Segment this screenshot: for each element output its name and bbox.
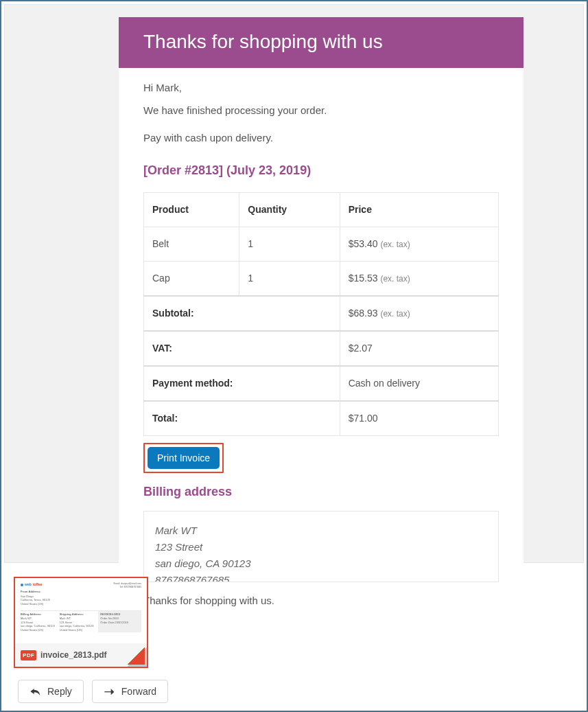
attachment-thumbnail: webtoffee Email: davpaul@mail.com Tel: 8… [15, 578, 147, 643]
attachment-zone: webtoffee Email: davpaul@mail.com Tel: 8… [14, 577, 148, 668]
thumb-invoice-no: INVOICE#:2813 [100, 612, 139, 617]
cell-product: Cap [144, 261, 239, 296]
attachment-label-bar: PDF invoice_2813.pdf [15, 643, 147, 667]
vat-row: VAT: $2.07 [144, 331, 499, 366]
email-card: Thanks for shopping with us Hi Mark, We … [119, 17, 524, 606]
price-value: $53.40 [349, 238, 378, 249]
print-invoice-button[interactable]: Print Invoice [148, 447, 220, 469]
vat-label: VAT: [144, 331, 340, 366]
vat-value: $2.07 [340, 331, 498, 366]
billing-heading: Billing address [143, 483, 499, 501]
thumb-order-date: Order Date:23/07/2019 [100, 621, 139, 625]
email-preview-area: Thanks for shopping with us Hi Mark, We … [4, 4, 584, 563]
reply-button[interactable]: Reply [18, 680, 84, 703]
thumb-invoice-col: INVOICE#:2813 Order No:2813 Order Date:2… [98, 610, 141, 632]
print-invoice-row: Print Invoice [143, 443, 499, 473]
greeting-line: Hi Mark, [143, 80, 499, 96]
price-value: $15.53 [349, 273, 378, 284]
forward-arrow-icon [104, 687, 115, 696]
thumb-from-label: From Address: [21, 590, 141, 594]
thumb-from: From Address: San Diego California, Texa… [21, 590, 141, 606]
payment-line: Pay with cash upon delivery. [143, 130, 499, 146]
price-note: (ex. tax) [380, 240, 410, 249]
table-header-row: Product Quantity Price [144, 192, 499, 227]
billing-phone: 8767868767685 [155, 572, 487, 582]
order-table: Product Quantity Price Belt 1 $53.40 (ex… [143, 192, 499, 436]
table-row: Cap 1 $15.53 (ex. tax) [144, 261, 499, 296]
attachment-card[interactable]: webtoffee Email: davpaul@mail.com Tel: 8… [14, 577, 148, 668]
print-invoice-highlight: Print Invoice [143, 443, 224, 473]
cell-quantity: 1 [239, 227, 340, 261]
subtotal-amount: $68.93 [349, 308, 378, 319]
col-product: Product [144, 192, 239, 227]
forward-label: Forward [121, 686, 156, 697]
total-label: Total: [144, 401, 340, 436]
pdf-badge-icon: PDF [21, 650, 36, 661]
billing-name: Mark WT [155, 522, 487, 539]
brand-right: toffee [33, 582, 43, 587]
thumb-contact: Email: davpaul@mail.com Tel: 87678687676… [113, 582, 141, 588]
email-actions: Reply Forward [18, 680, 168, 703]
thumb-billing-col: Billing Address: Mark WT 123 Street san … [21, 610, 60, 632]
billing-city: san diego, CA 90123 [155, 555, 487, 572]
thumb-billing-label: Billing Address: [21, 612, 60, 617]
thumb-line: United States (US) [60, 628, 99, 632]
cell-product: Belt [144, 227, 239, 261]
thumb-shipping-label: Shipping Address: [60, 612, 99, 617]
email-title: Thanks for shopping with us [143, 31, 383, 52]
viewport: Thanks for shopping with us Hi Mark, We … [0, 0, 588, 712]
payment-method-value: Cash on delivery [340, 366, 498, 401]
attachment-filename: invoice_2813.pdf [40, 650, 107, 660]
thumb-from-line: United States (US) [21, 602, 141, 606]
logo-dot-icon [21, 584, 23, 586]
table-row: Belt 1 $53.40 (ex. tax) [144, 227, 499, 261]
processed-line: We have finished processing your order. [143, 103, 499, 119]
page-curl-icon [127, 647, 148, 667]
order-heading: [Order #2813] (July 23, 2019) [143, 161, 499, 180]
payment-method-label: Payment method: [144, 366, 340, 401]
cell-price: $15.53 (ex. tax) [340, 261, 498, 296]
email-body: Hi Mark, We have finished processing you… [119, 68, 524, 582]
subtotal-value: $68.93 (ex. tax) [340, 296, 498, 331]
subtotal-row: Subtotal: $68.93 (ex. tax) [144, 296, 499, 331]
cell-quantity: 1 [239, 261, 340, 296]
col-price: Price [340, 192, 498, 227]
total-row: Total: $71.00 [144, 401, 499, 436]
brand-left: web [25, 582, 32, 587]
payment-method-row: Payment method: Cash on delivery [144, 366, 499, 401]
footer-thanks: Thanks for shopping with us. [119, 582, 524, 606]
cell-price: $53.40 (ex. tax) [340, 227, 498, 261]
subtotal-label: Subtotal: [144, 296, 340, 331]
thumb-tel: Tel: 8767868767685 [113, 586, 141, 589]
billing-street: 123 Street [155, 539, 487, 555]
thumb-line: United States (US) [21, 628, 60, 632]
total-value: $71.00 [340, 401, 498, 436]
reply-arrow-icon [30, 687, 40, 696]
billing-address-box: Mark WT 123 Street san diego, CA 90123 8… [143, 511, 499, 582]
reply-label: Reply [47, 686, 72, 697]
price-note: (ex. tax) [380, 274, 410, 284]
forward-button[interactable]: Forward [92, 680, 168, 703]
col-quantity: Quantity [239, 192, 340, 227]
thumb-columns: Billing Address: Mark WT 123 Street san … [21, 610, 141, 632]
email-header: Thanks for shopping with us [119, 17, 524, 68]
subtotal-note: (ex. tax) [380, 309, 410, 319]
thumb-email: Email: davpaul@mail.com [113, 582, 141, 586]
thumb-shipping-col: Shipping Address: Mark WT 123 Street san… [60, 610, 99, 632]
